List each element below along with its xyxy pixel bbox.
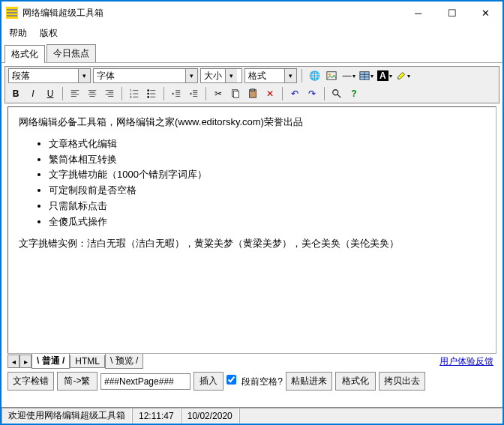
svg-point-25 bbox=[147, 93, 149, 95]
feature-list: 文章格式化编辑 繁简体相互转换 文字挑错功能（1000个错别字词库） 可定制段前… bbox=[49, 136, 485, 230]
paste-icon[interactable] bbox=[245, 86, 260, 101]
copy-icon[interactable] bbox=[228, 86, 243, 101]
check-errors-button[interactable]: 文字检错 bbox=[8, 372, 54, 391]
fontcolor-icon[interactable]: A▾ bbox=[376, 68, 393, 83]
toolbar: 段落 ▾ 字体 ▾ 大小 ▾ 格式 ▾ 🌐 —▾ ▾ A▾ ▾ B I U 12… bbox=[4, 66, 500, 103]
format-button[interactable]: 格式化 bbox=[335, 372, 376, 391]
menu-copyright[interactable]: 版权 bbox=[40, 28, 58, 38]
feedback-link[interactable]: 用户体验反馈 bbox=[440, 355, 494, 368]
maximize-button[interactable]: ☐ bbox=[435, 1, 469, 24]
italic-button[interactable]: I bbox=[26, 86, 40, 101]
unordered-list-icon[interactable] bbox=[144, 86, 159, 101]
align-center-icon[interactable] bbox=[85, 86, 100, 101]
underline-button[interactable]: U bbox=[43, 86, 58, 101]
ordered-list-icon[interactable]: 123 bbox=[127, 86, 142, 101]
chevron-down-icon: ▾ bbox=[225, 69, 237, 82]
indent-icon[interactable] bbox=[186, 86, 201, 101]
tab-scroll-left[interactable]: ◂ bbox=[8, 355, 20, 368]
pagebreak-input[interactable] bbox=[100, 373, 190, 390]
align-left-icon[interactable] bbox=[68, 86, 82, 101]
minimize-button[interactable]: ─ bbox=[401, 1, 435, 24]
simp-to-trad-button[interactable]: 简->繁 bbox=[57, 372, 98, 391]
svg-point-24 bbox=[147, 89, 149, 91]
outdent-icon[interactable] bbox=[169, 86, 184, 101]
list-item: 全傻瓜式操作 bbox=[49, 214, 485, 230]
style-combo-text: 格式 bbox=[245, 70, 269, 82]
paragraph-combo-text: 段落 bbox=[9, 70, 33, 82]
svg-point-26 bbox=[147, 96, 149, 98]
svg-point-1 bbox=[328, 73, 331, 76]
font-combo[interactable]: 字体 ▾ bbox=[93, 68, 198, 83]
style-combo[interactable]: 格式 ▾ bbox=[244, 68, 297, 83]
font-combo-text: 字体 bbox=[94, 70, 118, 82]
tab-html[interactable]: HTML bbox=[70, 355, 105, 368]
top-tabbar: 格式化 今日焦点 bbox=[2, 43, 502, 63]
size-combo[interactable]: 大小 ▾ bbox=[200, 68, 242, 83]
list-item: 文章格式化编辑 bbox=[49, 136, 485, 152]
tab-today[interactable]: 今日焦点 bbox=[46, 44, 96, 62]
svg-rect-41 bbox=[250, 89, 254, 91]
app-icon bbox=[6, 7, 18, 19]
align-right-icon[interactable] bbox=[102, 86, 117, 101]
find-icon[interactable] bbox=[329, 86, 344, 101]
list-item: 繁简体相互转换 bbox=[49, 152, 485, 168]
highlight-icon[interactable]: ▾ bbox=[395, 68, 411, 83]
list-item: 文字挑错功能（1000个错别字词库） bbox=[49, 167, 485, 183]
size-combo-text: 大小 bbox=[201, 70, 225, 82]
svg-text:3: 3 bbox=[130, 95, 132, 99]
editor-area[interactable]: 网络编辑必备工具箱，网络编辑之家(www.editorsky.com)荣誉出品 … bbox=[8, 106, 496, 354]
titlebar: 网络编辑超级工具箱 ─ ☐ ✕ bbox=[2, 1, 502, 24]
svg-point-42 bbox=[333, 90, 338, 95]
status-date: 10/02/2020 bbox=[181, 408, 239, 424]
tab-format[interactable]: 格式化 bbox=[4, 45, 45, 63]
status-spacer bbox=[239, 408, 502, 424]
web-icon[interactable]: 🌐 bbox=[307, 68, 322, 83]
tab-normal[interactable]: \ 普通 / bbox=[32, 354, 70, 369]
copy-out-button[interactable]: 拷贝出去 bbox=[379, 372, 425, 391]
menubar: 帮助 版权 bbox=[2, 24, 502, 43]
chevron-down-icon: ▾ bbox=[185, 69, 197, 82]
editor-tabbar: ◂ ▸ \ 普通 / HTML \ 预览 / 用户体验反馈 bbox=[8, 354, 496, 369]
window-title: 网络编辑超级工具箱 bbox=[22, 7, 401, 19]
example-text: 文字挑错实例：洁白无瑕（洁白无暇），黄粱美梦（黄梁美梦），美仑美奂（美伦美奂） bbox=[19, 236, 485, 252]
insert-button[interactable]: 插入 bbox=[194, 372, 224, 391]
bold-button[interactable]: B bbox=[8, 86, 23, 101]
cut-icon[interactable]: ✂ bbox=[211, 86, 226, 101]
paragraph-combo[interactable]: 段落 ▾ bbox=[8, 68, 91, 83]
tab-scroll-right[interactable]: ▸ bbox=[20, 355, 32, 368]
redo-icon[interactable]: ↷ bbox=[304, 86, 320, 101]
indent-checkbox[interactable] bbox=[226, 375, 236, 385]
svg-line-43 bbox=[338, 94, 340, 97]
tab-preview[interactable]: \ 预览 / bbox=[105, 354, 143, 369]
line-icon[interactable]: —▾ bbox=[341, 68, 356, 83]
menu-help[interactable]: 帮助 bbox=[9, 28, 27, 38]
indent-checkbox-label[interactable]: 段前空格? bbox=[226, 375, 283, 388]
status-message: 欢迎使用网络编辑超级工具箱 bbox=[2, 408, 132, 424]
status-time: 12:11:47 bbox=[132, 408, 181, 424]
undo-icon[interactable]: ↶ bbox=[287, 86, 302, 101]
statusbar: 欢迎使用网络编辑超级工具箱 12:11:47 10/02/2020 bbox=[2, 407, 502, 424]
close-button[interactable]: ✕ bbox=[469, 1, 502, 24]
image-icon[interactable] bbox=[324, 68, 339, 83]
list-item: 只需鼠标点击 bbox=[49, 199, 485, 214]
chevron-down-icon: ▾ bbox=[284, 69, 296, 82]
table-icon[interactable]: ▾ bbox=[358, 68, 374, 83]
action-bar: 文字检错 简->繁 插入 段前空格? 粘贴进来 格式化 拷贝出去 bbox=[2, 369, 502, 394]
delete-icon[interactable]: ✕ bbox=[262, 86, 278, 101]
help-icon[interactable]: ? bbox=[346, 86, 362, 101]
list-item: 可定制段前是否空格 bbox=[49, 183, 485, 199]
intro-text: 网络编辑必备工具箱，网络编辑之家(www.editorsky.com)荣誉出品 bbox=[19, 115, 485, 130]
svg-rect-39 bbox=[233, 91, 238, 98]
chevron-down-icon: ▾ bbox=[78, 69, 90, 82]
paste-in-button[interactable]: 粘贴进来 bbox=[286, 372, 332, 391]
